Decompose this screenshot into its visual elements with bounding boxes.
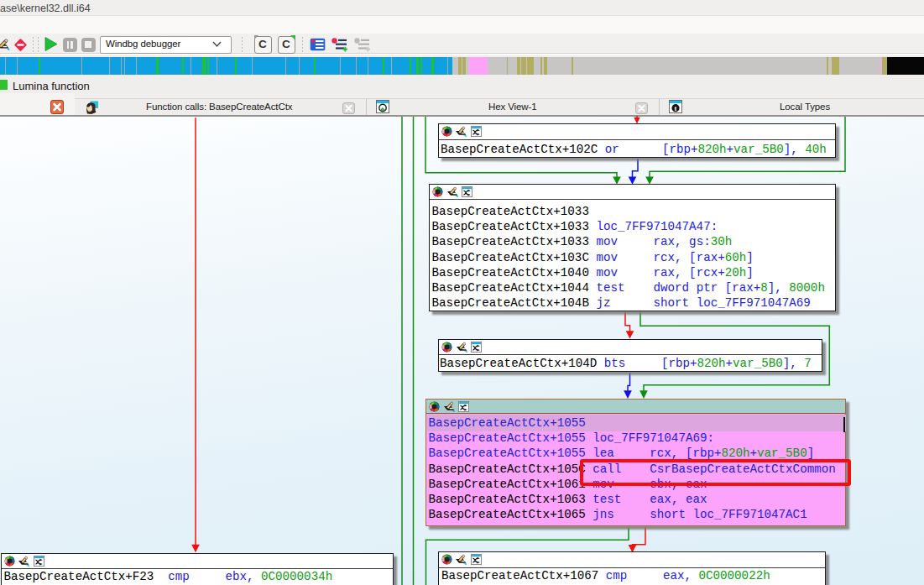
svg-text:t: t (674, 104, 676, 112)
